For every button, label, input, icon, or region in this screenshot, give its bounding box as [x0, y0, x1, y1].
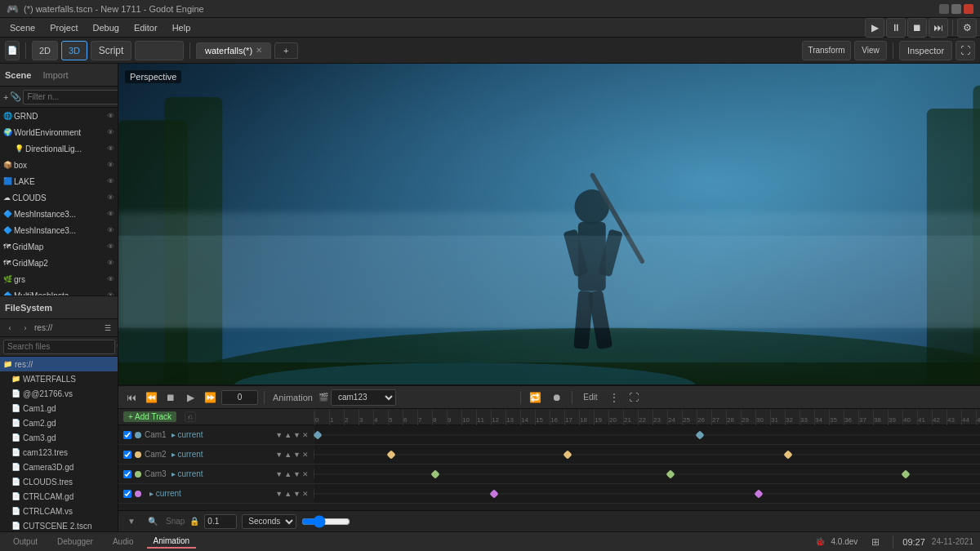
keyframe[interactable] [901, 469, 910, 478]
tl-edit-btn[interactable]: Edit [578, 389, 603, 406]
track-keyframes[interactable] [314, 484, 980, 503]
menu-help[interactable]: Help [166, 21, 198, 34]
fs-item[interactable]: 📄 @@21766.vs [0, 386, 118, 401]
tree-item[interactable]: ☁ CLOUDS 👁 [0, 189, 118, 206]
track-add-btn[interactable]: + Add Track ⎌ [118, 411, 314, 422]
keyframe[interactable] [754, 489, 763, 498]
mode-3d-btn[interactable]: 3D [61, 41, 87, 60]
tl-stop-btn[interactable]: ⏹ [163, 389, 179, 406]
output-tab[interactable]: Output [7, 535, 44, 548]
transform-btn[interactable]: Transform [802, 41, 851, 60]
maximize-btn[interactable] [951, 4, 961, 14]
snap-input[interactable] [204, 514, 237, 529]
menu-project[interactable]: Project [43, 21, 84, 34]
fs-item[interactable]: 📄 CTRLCAM.vs [0, 504, 118, 518]
fs-item[interactable]: 📄 cam123.tres [0, 445, 118, 460]
keyframe[interactable] [563, 450, 572, 459]
track-options[interactable]: ▼ [275, 490, 283, 498]
fs-item[interactable]: 📄 CTRLCAM.gd [0, 489, 118, 504]
tl-zoom-out-btn[interactable]: 🔍 [145, 514, 161, 529]
tree-item[interactable]: 🟦 LAKE 👁 [0, 173, 118, 189]
track-delete[interactable]: ✕ [302, 490, 309, 498]
tree-item[interactable]: 🔷 MeshInstance3... 👁 [0, 222, 118, 238]
tree-item[interactable]: 📦 box 👁 [0, 157, 118, 173]
debugger-tab[interactable]: Debugger [51, 535, 100, 548]
track-keyframes[interactable] [314, 445, 980, 464]
tree-item[interactable]: 🌍 WorldEnvironment 👁 [0, 124, 118, 140]
tl-prev-btn[interactable]: ⏪ [143, 389, 159, 406]
keyframe[interactable] [430, 469, 439, 478]
tree-item[interactable]: 🌿 grs 👁 [0, 271, 118, 287]
scene-tab-waterfalls[interactable]: waterfalls(*) ✕ [196, 42, 271, 59]
track-delete[interactable]: ✕ [302, 470, 309, 478]
tl-options-btn[interactable]: ⋮ [606, 389, 622, 406]
visibility-icon[interactable]: 👁 [107, 161, 114, 169]
track-visible-checkbox[interactable] [123, 451, 131, 459]
fs-forward-btn[interactable]: › [19, 322, 32, 335]
layout-btn[interactable]: ⊞ [867, 534, 884, 550]
tl-loop-btn[interactable]: 🔁 [527, 389, 545, 406]
fs-back-btn[interactable]: ‹ [3, 322, 16, 335]
tree-item[interactable]: 🌐 GRND 👁 [0, 108, 118, 124]
track-keyframes[interactable] [314, 425, 980, 444]
inspector-toggle-btn[interactable]: Inspector [899, 41, 952, 60]
close-btn[interactable] [964, 4, 973, 14]
zoom-slider[interactable] [301, 516, 350, 527]
fs-item[interactable]: 📁 res:// [0, 357, 118, 371]
animation-tab[interactable]: Animation [147, 535, 196, 549]
track-visible-checkbox[interactable] [123, 470, 131, 478]
track-options[interactable]: ▼ [275, 431, 283, 439]
menu-editor[interactable]: Editor [127, 21, 164, 34]
audio-tab[interactable]: Audio [106, 535, 140, 548]
seconds-select[interactable]: Seconds [242, 514, 296, 529]
tree-item[interactable]: 🗺 GridMap2 👁 [0, 255, 118, 271]
play-btn[interactable]: ▶ [865, 18, 884, 38]
track-visible-checkbox[interactable] [123, 431, 131, 439]
expand-btn[interactable]: ⛶ [956, 41, 975, 60]
fs-item[interactable]: 📁 WATERFALLS [0, 371, 118, 386]
tl-next-btn[interactable]: ⏩ [202, 389, 218, 406]
visibility-icon[interactable]: 👁 [107, 259, 114, 267]
new-scene-btn[interactable]: 📄 [5, 41, 20, 60]
keyframe[interactable] [666, 469, 675, 478]
fs-search-input[interactable] [3, 340, 115, 354]
track-up[interactable]: ▲ [284, 470, 292, 478]
settings-btn[interactable]: ⚙ [957, 18, 977, 38]
track-down[interactable]: ▼ [293, 490, 301, 498]
tree-item[interactable]: 💡 DirectionalLig... 👁 [0, 140, 118, 157]
menu-debug[interactable]: Debug [86, 21, 125, 34]
minimize-btn[interactable] [939, 4, 949, 14]
fs-layout-btn[interactable]: ☰ [101, 322, 114, 335]
visibility-icon[interactable]: 👁 [107, 177, 114, 185]
scene-search-input[interactable] [23, 90, 118, 104]
tl-rewind-btn[interactable]: ⏮ [123, 389, 140, 406]
visibility-icon[interactable]: 👁 [107, 128, 114, 136]
tl-expand-btn[interactable]: ⛶ [626, 389, 642, 406]
animation-select[interactable]: cam123 [331, 389, 396, 406]
new-tab-btn[interactable]: + [274, 42, 297, 59]
script-btn[interactable]: Script [91, 41, 131, 60]
visibility-icon[interactable]: 👁 [107, 291, 114, 295]
fs-item[interactable]: 📄 CLOUDS.tres [0, 474, 118, 489]
perspective-label[interactable]: Perspective [125, 70, 181, 83]
tree-item[interactable]: 🗺 GridMap 👁 [0, 238, 118, 255]
step-btn[interactable]: ⏭ [929, 18, 948, 38]
visibility-icon[interactable]: 👁 [107, 275, 114, 283]
menu-scene[interactable]: Scene [3, 21, 42, 34]
track-up[interactable]: ▲ [284, 451, 292, 459]
track-delete[interactable]: ✕ [302, 451, 309, 459]
track-down[interactable]: ▼ [293, 470, 301, 478]
tree-item[interactable]: 🔷 MeshInstance3... 👁 [0, 206, 118, 222]
visibility-icon[interactable]: 👁 [107, 210, 114, 218]
attach-script-btn[interactable]: 📎 [10, 89, 21, 105]
track-up[interactable]: ▲ [284, 490, 292, 498]
keyframe[interactable] [783, 450, 792, 459]
track-down[interactable]: ▼ [293, 451, 301, 459]
tl-play-btn[interactable]: ▶ [182, 389, 198, 406]
keyframe[interactable] [695, 430, 704, 439]
close-tab-icon[interactable]: ✕ [256, 46, 262, 55]
visibility-icon[interactable]: 👁 [107, 112, 114, 120]
track-options[interactable]: ▼ [275, 470, 283, 478]
view-btn[interactable]: View [854, 41, 887, 60]
tl-filter-btn[interactable]: ▼ [123, 514, 140, 529]
